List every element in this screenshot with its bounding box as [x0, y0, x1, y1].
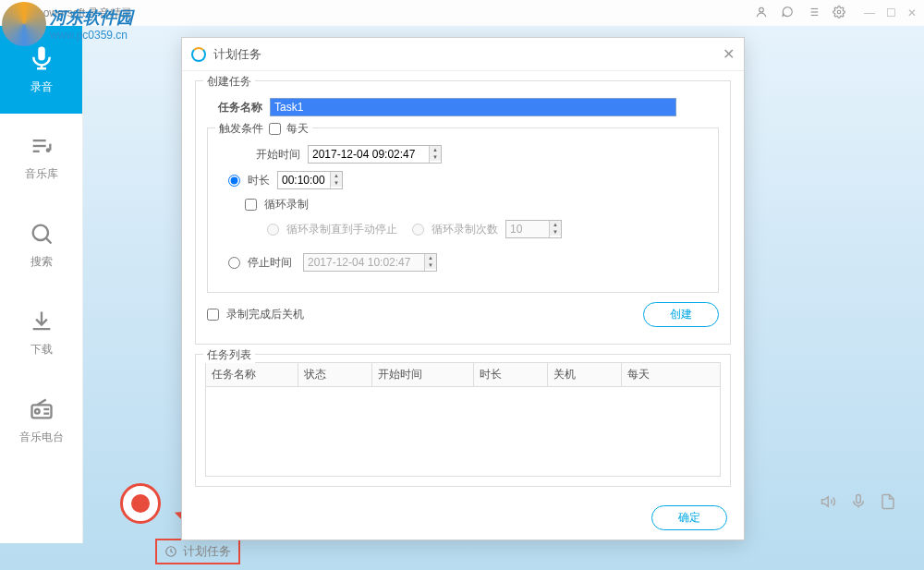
dialog-title: 计划任务: [213, 46, 261, 63]
col-duration: 时长: [474, 363, 548, 386]
create-button[interactable]: 创建: [643, 302, 719, 327]
col-status: 状态: [298, 363, 372, 386]
svg-marker-21: [822, 497, 829, 507]
loop-until-stop-radio: [267, 224, 279, 236]
daily-label: 每天: [286, 121, 309, 137]
sidebar-label: 音乐库: [25, 166, 58, 182]
start-time-input[interactable]: [309, 146, 429, 163]
loop-count-radio: [412, 224, 424, 236]
titlebar-actions: [755, 6, 845, 21]
sidebar-item-library[interactable]: 音乐库: [0, 114, 82, 201]
duration-input[interactable]: [278, 172, 330, 188]
task-list-legend: 任务列表: [203, 347, 255, 363]
sidebar-item-search[interactable]: 搜索: [0, 201, 82, 289]
window-controls: — ☐ ✕: [864, 6, 917, 19]
library-icon: [29, 133, 55, 159]
watermark-title: 河东软件园: [50, 6, 133, 29]
svg-point-0: [760, 7, 764, 12]
spinner-up: ▲: [425, 254, 436, 261]
svg-point-7: [837, 10, 841, 14]
schedule-label: 计划任务: [183, 543, 231, 560]
col-start: 开始时间: [372, 363, 474, 386]
daily-checkbox[interactable]: [269, 123, 281, 135]
loop-count-input: [506, 221, 549, 237]
speaker-icon[interactable]: [821, 493, 837, 515]
sidebar-item-radio[interactable]: 音乐电台: [0, 377, 82, 465]
mic-status-icon[interactable]: [850, 493, 867, 515]
settings-icon[interactable]: [833, 6, 845, 21]
main-window: Apowersoft 录音精灵 — ☐ ✕ 录音: [0, 0, 924, 570]
task-list-header: 任务名称 状态 开始时间 时长 关机 每天: [205, 362, 721, 387]
col-shutdown: 关机: [548, 363, 622, 386]
schedule-dialog: 计划任务 ✕ 创建任务 任务名称 触发条件 每天: [181, 37, 745, 540]
watermark: 河东软件园 www.pc0359.cn: [2, 2, 133, 46]
download-icon: [29, 309, 55, 334]
sidebar-label: 搜索: [30, 254, 53, 270]
stop-time-label: 停止时间: [248, 255, 296, 271]
search-icon: [29, 221, 55, 247]
create-task-section: 创建任务 任务名称 触发条件 每天 开始时间: [195, 80, 731, 345]
spinner-down: ▼: [550, 228, 561, 236]
loop-record-label: 循环录制: [264, 197, 309, 212]
record-button[interactable]: [120, 483, 161, 524]
sidebar: 录音 音乐库 搜索 下载 音乐电台: [0, 26, 83, 543]
shutdown-checkbox[interactable]: [207, 309, 219, 321]
dialog-header: 计划任务 ✕: [182, 38, 744, 71]
ok-button[interactable]: 确定: [651, 505, 727, 530]
file-icon[interactable]: [880, 493, 896, 515]
svg-line-14: [45, 238, 51, 244]
task-list-section: 任务列表 任务名称 状态 开始时间 时长 关机 每天: [195, 354, 731, 487]
task-name-input[interactable]: [270, 98, 676, 116]
feedback-icon[interactable]: [781, 6, 794, 21]
watermark-logo-icon: [2, 2, 46, 46]
spinner-down[interactable]: ▼: [430, 153, 441, 161]
start-time-label: 开始时间: [245, 147, 300, 163]
create-task-legend: 创建任务: [203, 74, 255, 90]
sidebar-item-download[interactable]: 下载: [0, 289, 82, 377]
close-icon[interactable]: ✕: [907, 6, 917, 19]
sidebar-label: 下载: [30, 342, 53, 358]
spinner-down: ▼: [425, 261, 436, 269]
stop-time-radio[interactable]: [228, 257, 240, 269]
spinner-up[interactable]: ▲: [331, 172, 342, 179]
trigger-section: 触发条件 每天 开始时间 ▲▼ 时长: [207, 127, 719, 293]
list-icon[interactable]: [807, 6, 820, 21]
bottom-status-icons: [821, 493, 896, 515]
loop-record-checkbox[interactable]: [245, 199, 257, 211]
schedule-task-button[interactable]: 计划任务: [155, 539, 240, 564]
spinner-up: ▲: [550, 221, 561, 228]
svg-point-13: [32, 225, 47, 240]
shutdown-label: 录制完成后关机: [226, 307, 304, 322]
col-name: 任务名称: [206, 363, 298, 386]
sidebar-label: 音乐电台: [19, 430, 64, 445]
svg-point-16: [35, 409, 40, 414]
app-title: Apowersoft 录音精灵: [30, 6, 755, 21]
stop-time-input: [304, 254, 424, 271]
watermark-url: www.pc0359.cn: [50, 29, 133, 42]
dialog-close-button[interactable]: ✕: [723, 45, 735, 63]
minimize-icon[interactable]: —: [864, 6, 875, 19]
dialog-logo-icon: [191, 47, 206, 62]
duration-label: 时长: [248, 173, 270, 188]
radio-icon: [29, 396, 55, 422]
spinner-up[interactable]: ▲: [430, 146, 441, 153]
task-name-label: 任务名称: [207, 100, 262, 115]
trigger-label: 触发条件: [219, 121, 263, 137]
user-icon[interactable]: [755, 6, 768, 21]
loop-until-stop-label: 循环录制直到手动停止: [286, 222, 397, 237]
sidebar-label: 录音: [30, 79, 53, 95]
duration-radio[interactable]: [228, 175, 240, 187]
task-list-body[interactable]: [205, 387, 721, 477]
maximize-icon[interactable]: ☐: [886, 6, 896, 19]
clock-icon: [164, 545, 177, 558]
titlebar: Apowersoft 录音精灵 — ☐ ✕: [0, 0, 924, 26]
spinner-down[interactable]: ▼: [331, 179, 342, 187]
col-daily: 每天: [622, 363, 720, 386]
mic-icon: [28, 44, 55, 72]
loop-count-label: 循环录制次数: [432, 222, 498, 237]
